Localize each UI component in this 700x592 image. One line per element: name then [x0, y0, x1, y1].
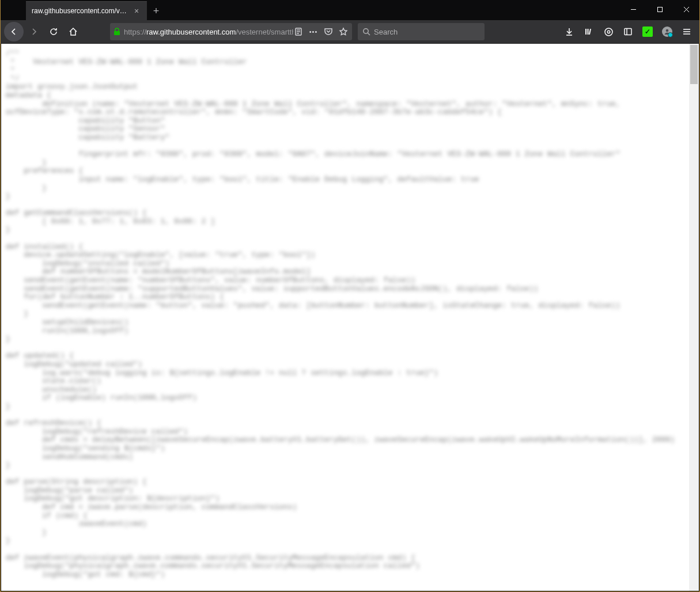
url-domain: raw.githubusercontent.com	[146, 28, 236, 36]
svg-point-16	[607, 31, 610, 33]
tab-strip: raw.githubusercontent.com/vestern × +	[1, 0, 699, 20]
svg-point-19	[666, 29, 669, 32]
svg-rect-12	[585, 29, 587, 35]
window-maximize-button[interactable]	[646, 0, 673, 18]
url-path: /vesternet/smartthings-z-w	[236, 28, 293, 36]
hamburger-menu-button[interactable]	[678, 22, 696, 41]
raw-text-content[interactable]: /** * Vesternet VES-ZW-WAL-000 1 Zone Wa…	[1, 44, 689, 591]
scrollbar-thumb[interactable]	[690, 45, 698, 84]
lock-icon	[113, 28, 120, 36]
sidebar-button[interactable]	[619, 22, 637, 41]
scrollbar-track[interactable]	[689, 44, 699, 591]
window-minimize-button[interactable]	[620, 0, 646, 18]
library-button[interactable]	[580, 22, 598, 41]
url-actions: •••	[293, 27, 349, 36]
downloads-button[interactable]	[560, 22, 578, 41]
window-frame: raw.githubusercontent.com/vestern × +	[0, 0, 700, 592]
content-viewport: /** * Vesternet VES-ZW-WAL-000 1 Zone Wa…	[1, 44, 699, 591]
back-button[interactable]	[4, 22, 24, 41]
url-prefix: https://	[124, 28, 146, 36]
svg-rect-4	[114, 31, 120, 35]
pocket-icon[interactable]	[323, 27, 334, 36]
search-placeholder: Search	[374, 28, 398, 36]
svg-line-10	[368, 33, 370, 35]
extension-button[interactable]	[599, 22, 618, 41]
url-text: https://raw.githubusercontent.com/vester…	[124, 28, 293, 36]
url-bar[interactable]: https://raw.githubusercontent.com/vester…	[110, 23, 352, 40]
search-bar[interactable]: Search	[358, 23, 485, 40]
svg-rect-1	[657, 7, 662, 12]
svg-rect-17	[625, 29, 631, 35]
window-close-button[interactable]	[673, 0, 699, 18]
toolbar: https://raw.githubusercontent.com/vester…	[1, 20, 699, 44]
svg-point-9	[364, 29, 368, 33]
forward-button	[25, 22, 43, 41]
reader-mode-icon[interactable]	[293, 27, 304, 36]
page-actions-icon[interactable]: •••	[308, 28, 319, 35]
svg-point-15	[605, 28, 612, 36]
svg-rect-14	[589, 29, 591, 35]
search-icon	[362, 28, 370, 36]
avatar-icon	[662, 26, 672, 37]
window-controls	[620, 0, 699, 18]
check-icon: ✓	[642, 26, 653, 37]
security-badge[interactable]: ✓	[638, 22, 657, 41]
reload-button[interactable]	[44, 22, 63, 41]
tab-title: raw.githubusercontent.com/vestern	[32, 7, 128, 15]
tab-close-button[interactable]: ×	[132, 6, 141, 16]
new-tab-button[interactable]: +	[147, 2, 165, 20]
account-button[interactable]	[658, 22, 676, 41]
svg-rect-13	[588, 29, 589, 35]
bookmark-star-icon[interactable]	[338, 27, 349, 36]
home-button[interactable]	[64, 22, 82, 41]
browser-tab-active[interactable]: raw.githubusercontent.com/vestern ×	[26, 1, 147, 20]
toolbar-right: ✓	[560, 22, 696, 41]
